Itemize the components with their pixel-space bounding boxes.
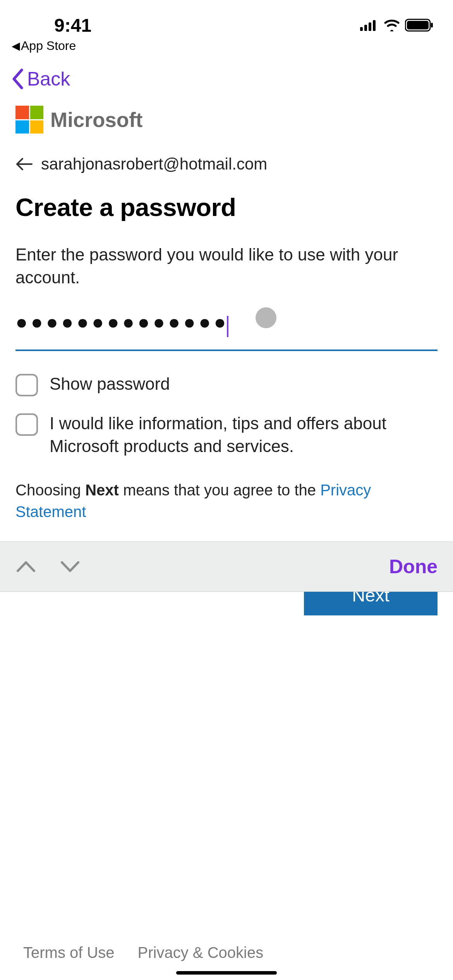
text-caret: [227, 316, 228, 337]
battery-icon: [405, 19, 434, 32]
svg-rect-2: [369, 22, 371, 31]
brand-header: Microsoft: [15, 106, 438, 134]
svg-rect-1: [364, 25, 367, 31]
show-password-label: Show password: [50, 372, 170, 395]
back-label: Back: [27, 68, 70, 90]
microsoft-logo-icon: [15, 106, 43, 134]
account-email-row[interactable]: sarahjonasrobert@hotmail.com: [15, 155, 438, 173]
status-bar: 9:41: [0, 0, 453, 39]
footer-links: Terms of Use Privacy & Cookies: [0, 944, 453, 961]
svg-rect-6: [431, 23, 433, 27]
terms-of-use-link[interactable]: Terms of Use: [23, 944, 115, 961]
password-masked-value: ●●●●●●●●●●●●●●: [15, 311, 229, 333]
return-to-app[interactable]: ◀ App Store: [0, 39, 453, 56]
show-password-checkbox[interactable]: [15, 374, 38, 396]
touch-indicator: [256, 307, 276, 328]
status-indicators: [360, 19, 434, 32]
home-indicator[interactable]: [176, 971, 277, 975]
status-time: 9:41: [54, 15, 91, 36]
brand-name: Microsoft: [50, 108, 143, 132]
marketing-optin-row[interactable]: I would like information, tips and offer…: [15, 412, 438, 458]
return-to-app-label: App Store: [21, 39, 76, 53]
cellular-icon: [360, 19, 379, 31]
show-password-row[interactable]: Show password: [15, 372, 438, 396]
return-triangle-icon: ◀: [12, 39, 20, 52]
privacy-cookies-link[interactable]: Privacy & Cookies: [138, 944, 264, 961]
marketing-optin-label: I would like information, tips and offer…: [50, 412, 438, 458]
instruction-text: Enter the password you would like to use…: [15, 243, 438, 289]
agreement-text: Choosing Next means that you agree to th…: [15, 479, 438, 523]
svg-rect-0: [360, 27, 363, 31]
account-email: sarahjonasrobert@hotmail.com: [41, 155, 267, 173]
keyboard-accessory-bar: Done: [0, 541, 453, 592]
page-title: Create a password: [15, 193, 438, 222]
wifi-icon: [383, 19, 400, 31]
chevron-left-icon: [12, 69, 23, 89]
svg-rect-3: [373, 20, 376, 31]
marketing-optin-checkbox[interactable]: [15, 413, 38, 436]
back-button[interactable]: Back: [0, 56, 453, 98]
done-button[interactable]: Done: [389, 555, 438, 578]
next-field-icon[interactable]: [60, 560, 81, 573]
arrow-left-icon: [15, 157, 33, 171]
prev-field-icon[interactable]: [15, 560, 36, 573]
svg-rect-5: [407, 21, 429, 29]
password-input[interactable]: ●●●●●●●●●●●●●●: [15, 310, 438, 351]
